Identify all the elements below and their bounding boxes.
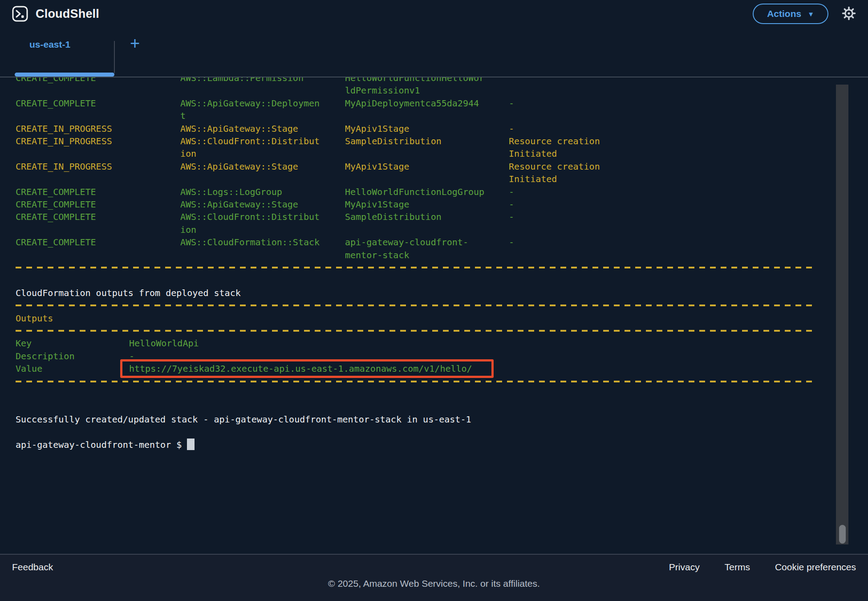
event-reason: - <box>509 198 868 211</box>
event-logical-id: MyApiv1Stage <box>345 160 509 186</box>
actions-button-label: Actions <box>767 8 801 19</box>
output-value: HelloWorldApi <box>129 337 868 349</box>
stack-event-row: CREATE_IN_PROGRESSAWS::ApiGateway::Stage… <box>16 160 868 186</box>
prompt-line: api-gateway-cloudfront-mentor $ <box>16 439 868 451</box>
stack-event-row: CREATE_IN_PROGRESSAWS::CloudFront::Distr… <box>16 135 868 160</box>
outputs-table: KeyHelloWorldApiDescription-Valuehttps:/… <box>16 337 868 375</box>
event-resource-type: AWS::CloudFront::Distribut ion <box>180 211 345 236</box>
event-resource-type: AWS::Logs::LogGroup <box>180 186 345 198</box>
stack-event-row: CREATE_COMPLETEAWS::Logs::LogGroupHelloW… <box>16 186 868 198</box>
app-header: CloudShell Actions ▼ <box>0 0 868 28</box>
vertical-scrollbar[interactable] <box>836 85 848 544</box>
shell-prompt: api-gateway-cloudfront-mentor $ <box>16 439 187 450</box>
event-logical-id: HelloWorldFunctionLogGroup <box>345 186 509 198</box>
tab-us-east-1[interactable]: us-east-1 <box>29 39 70 50</box>
actions-button[interactable]: Actions ▼ <box>753 4 828 24</box>
event-logical-id: MyApiv1Stage <box>345 198 509 211</box>
event-status: CREATE_IN_PROGRESS <box>16 122 180 135</box>
output-key: Key <box>16 337 129 349</box>
terminal-cursor <box>187 439 195 450</box>
stack-event-row: CREATE_IN_PROGRESSAWS::ApiGateway::Stage… <box>16 122 868 135</box>
event-logical-id: api-gateway-cloudfront- mentor-stack <box>345 236 509 261</box>
footer-links: PrivacyTermsCookie preferences <box>669 562 856 573</box>
tab-bar: us-east-1 + <box>0 28 868 77</box>
event-status: CREATE_IN_PROGRESS <box>16 160 180 186</box>
event-reason: - <box>509 186 868 198</box>
copyright-text: © 2025, Amazon Web Services, Inc. or its… <box>0 578 868 589</box>
terminal-output: CREATE_COMPLETEAWS::Lambda::PermissionHe… <box>16 77 868 451</box>
event-reason: - <box>509 97 868 122</box>
event-reason: Resource creation Initiated <box>509 135 868 160</box>
stack-event-row: CREATE_COMPLETEAWS::ApiGateway::Deployme… <box>16 97 868 122</box>
event-resource-type: AWS::ApiGateway::Stage <box>180 198 345 211</box>
gear-icon <box>842 6 856 20</box>
event-resource-type: AWS::ApiGateway::Deploymen t <box>180 97 345 122</box>
page-footer: Feedback PrivacyTermsCookie preferences … <box>0 554 868 601</box>
event-status: CREATE_IN_PROGRESS <box>16 135 180 160</box>
event-logical-id: MyApiv1Stage <box>345 122 509 135</box>
separator-line <box>16 325 868 337</box>
stack-events-table: CREATE_COMPLETEAWS::Lambda::PermissionHe… <box>16 77 868 261</box>
event-logical-id: SampleDistribution <box>345 211 509 236</box>
terms-link[interactable]: Terms <box>725 562 750 573</box>
event-reason: - <box>509 236 868 261</box>
event-status: CREATE_COMPLETE <box>16 97 180 122</box>
event-reason: - <box>509 211 868 236</box>
cloudshell-icon <box>12 6 28 22</box>
output-row: Valuehttps://7yeiskad32.execute-api.us-e… <box>16 362 868 375</box>
output-key: Description <box>16 350 129 362</box>
separator-line <box>16 299 868 312</box>
event-logical-id: MyApiDeploymentca55da2944 <box>345 97 509 122</box>
event-resource-type: AWS::CloudFormation::Stack <box>180 236 345 261</box>
stack-event-row: CREATE_COMPLETEAWS::CloudFront::Distribu… <box>16 211 868 236</box>
output-row: KeyHelloWorldApi <box>16 337 868 349</box>
outputs-section-title: CloudFormation outputs from deployed sta… <box>16 287 868 299</box>
highlighted-url: https://7yeiskad32.execute-api.us-east-1… <box>129 362 472 375</box>
stack-event-row: CREATE_COMPLETEAWS::CloudFormation::Stac… <box>16 236 868 261</box>
event-status: CREATE_COMPLETE <box>16 211 180 236</box>
output-value: https://7yeiskad32.execute-api.us-east-1… <box>129 362 868 375</box>
event-logical-id: HelloWorldFunctionHelloWor ldPermissionv… <box>345 77 509 97</box>
tab-separator <box>114 41 115 73</box>
chevron-down-icon: ▼ <box>807 11 814 17</box>
separator-line <box>16 375 868 388</box>
scrollbar-thumb[interactable] <box>839 525 846 544</box>
event-status: CREATE_COMPLETE <box>16 198 180 211</box>
event-reason <box>509 77 868 97</box>
page-title: CloudShell <box>36 7 99 21</box>
feedback-link[interactable]: Feedback <box>12 562 53 573</box>
event-resource-type: AWS::CloudFront::Distribut ion <box>180 135 345 160</box>
new-tab-button[interactable]: + <box>130 34 140 53</box>
stack-event-row: CREATE_COMPLETEAWS::ApiGateway::StageMyA… <box>16 198 868 211</box>
event-resource-type: AWS::Lambda::Permission <box>180 77 345 97</box>
privacy-link[interactable]: Privacy <box>669 562 700 573</box>
event-reason: Resource creation Initiated <box>509 160 868 186</box>
event-resource-type: AWS::ApiGateway::Stage <box>180 122 345 135</box>
event-status: CREATE_COMPLETE <box>16 77 180 97</box>
terminal[interactable]: CREATE_COMPLETEAWS::Lambda::PermissionHe… <box>0 77 868 554</box>
event-logical-id: SampleDistribution <box>345 135 509 160</box>
event-status: CREATE_COMPLETE <box>16 236 180 261</box>
active-tab-indicator <box>15 73 114 77</box>
output-key: Value <box>16 362 129 375</box>
separator-line <box>16 261 868 274</box>
outputs-label: Outputs <box>16 312 868 325</box>
event-status: CREATE_COMPLETE <box>16 186 180 198</box>
cookie-preferences-link[interactable]: Cookie preferences <box>775 562 856 573</box>
event-resource-type: AWS::ApiGateway::Stage <box>180 160 345 186</box>
stack-event-row: CREATE_COMPLETEAWS::Lambda::PermissionHe… <box>16 77 868 97</box>
event-reason: - <box>509 122 868 135</box>
settings-button[interactable] <box>842 6 856 22</box>
success-message: Successfully created/updated stack - api… <box>16 413 868 426</box>
